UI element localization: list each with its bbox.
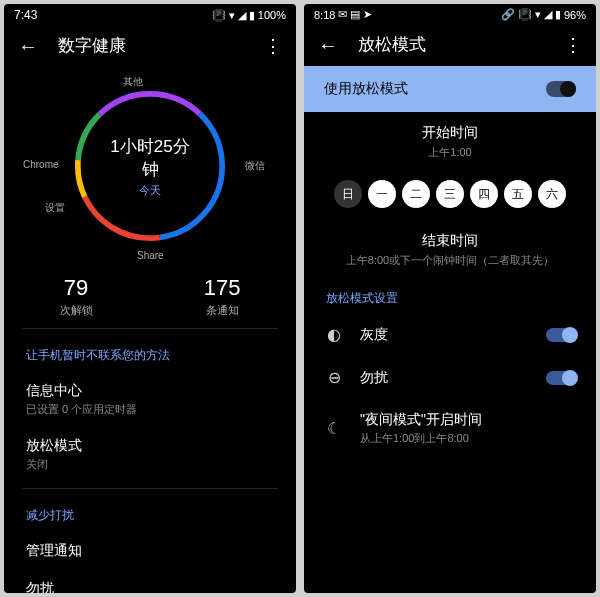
stat-notifications[interactable]: 175 条通知 xyxy=(204,275,241,318)
app-bar: ← 数字健康 ⋮ xyxy=(4,24,296,67)
day-tue[interactable]: 二 xyxy=(402,180,430,208)
mail-icon: ✉ xyxy=(338,8,347,21)
banner-label: 使用放松模式 xyxy=(324,80,408,98)
chart-label-wechat: 微信 xyxy=(245,159,265,173)
overflow-menu-icon[interactable]: ⋮ xyxy=(564,36,582,54)
back-icon[interactable]: ← xyxy=(318,35,338,55)
back-icon[interactable]: ← xyxy=(18,36,38,56)
item-dashboard[interactable]: 信息中心 已设置 0 个应用定时器 xyxy=(4,372,296,427)
day-mon[interactable]: 一 xyxy=(368,180,396,208)
link-icon: 🔗 xyxy=(501,8,515,21)
enable-wind-down-banner[interactable]: 使用放松模式 xyxy=(304,66,596,112)
grayscale-icon: ◐ xyxy=(324,325,344,344)
signal-icon: ◢ xyxy=(544,8,552,21)
status-bar: 8:18 ✉ ▤ ➤ 🔗 📳 ▾ ◢ ▮ 96% xyxy=(304,4,596,23)
divider xyxy=(22,488,278,489)
battery-icon: ▮ xyxy=(249,9,255,22)
wind-down-toggle[interactable] xyxy=(546,81,576,97)
section-wind-down-settings: 放松模式设置 xyxy=(304,280,596,313)
dnd-icon: ⊖ xyxy=(324,368,344,387)
status-icons: 📳 ▾ ◢ ▮ 100% xyxy=(212,9,286,22)
status-bar: 7:43 📳 ▾ ◢ ▮ 100% xyxy=(4,4,296,24)
donut-center: 1小时25分钟 今天 xyxy=(103,135,198,198)
overflow-menu-icon[interactable]: ⋮ xyxy=(264,37,282,55)
app-icon: ▤ xyxy=(350,8,360,21)
vibrate-icon: 📳 xyxy=(212,9,226,22)
day-sun[interactable]: 日 xyxy=(334,180,362,208)
dnd-toggle[interactable] xyxy=(546,371,576,385)
row-night-mode[interactable]: ☾ "夜间模式"开启时间 从上午1:00到上午8:00 xyxy=(304,399,596,458)
chart-label-other: 其他 xyxy=(123,75,143,89)
vibrate-icon: 📳 xyxy=(518,8,532,21)
app-bar: ← 放松模式 ⋮ xyxy=(304,23,596,66)
clock: 7:43 xyxy=(14,8,37,22)
stat-unlocks[interactable]: 79 次解锁 xyxy=(60,275,93,318)
page-title: 数字健康 xyxy=(58,34,244,57)
digital-wellbeing-screen: 7:43 📳 ▾ ◢ ▮ 100% ← 数字健康 ⋮ 1小时25分钟 今天 xyxy=(4,4,296,593)
day-sat[interactable]: 六 xyxy=(538,180,566,208)
usage-donut-chart[interactable]: 1小时25分钟 今天 其他 微信 Share Chrome 设置 xyxy=(55,71,245,261)
battery-icon: ▮ xyxy=(555,8,561,21)
chart-label-share: Share xyxy=(137,250,164,261)
row-dnd[interactable]: ⊖ 勿扰 xyxy=(304,356,596,399)
day-fri[interactable]: 五 xyxy=(504,180,532,208)
section-reduce-title: 减少打扰 xyxy=(4,495,296,532)
send-icon: ➤ xyxy=(363,8,372,21)
total-time: 1小时25分钟 xyxy=(103,135,198,181)
chart-label-chrome: Chrome xyxy=(23,159,59,170)
day-thu[interactable]: 四 xyxy=(470,180,498,208)
battery-text: 100% xyxy=(258,9,286,21)
divider xyxy=(22,328,278,329)
wifi-icon: ▾ xyxy=(229,9,235,22)
grayscale-toggle[interactable] xyxy=(546,328,576,342)
stats-row: 79 次解锁 175 条通知 xyxy=(4,275,296,318)
signal-icon: ◢ xyxy=(238,9,246,22)
day-wed[interactable]: 三 xyxy=(436,180,464,208)
page-title: 放松模式 xyxy=(358,33,544,56)
moon-icon: ☾ xyxy=(324,419,344,438)
period-label: 今天 xyxy=(103,183,198,198)
section-disconnect-title: 让手机暂时不联系您的方法 xyxy=(4,335,296,372)
item-manage-notifications[interactable]: 管理通知 xyxy=(4,532,296,570)
day-selector: 日 一 二 三 四 五 六 xyxy=(304,172,596,220)
wind-down-screen: 8:18 ✉ ▤ ➤ 🔗 📳 ▾ ◢ ▮ 96% ← 放松模式 ⋮ 使用放松模式… xyxy=(304,4,596,593)
item-dnd[interactable]: 勿扰 xyxy=(4,570,296,593)
status-icons: 🔗 📳 ▾ ◢ ▮ 96% xyxy=(501,8,586,21)
battery-text: 96% xyxy=(564,9,586,21)
wifi-icon: ▾ xyxy=(535,8,541,21)
row-grayscale[interactable]: ◐ 灰度 xyxy=(304,313,596,356)
chart-label-settings: 设置 xyxy=(45,201,65,215)
end-time-item[interactable]: 结束时间 上午8:00或下一个闹钟时间（二者取其先） xyxy=(304,220,596,280)
clock: 8:18 xyxy=(314,9,335,21)
item-wind-down[interactable]: 放松模式 关闭 xyxy=(4,427,296,482)
start-time-item[interactable]: 开始时间 上午1:00 xyxy=(304,112,596,172)
